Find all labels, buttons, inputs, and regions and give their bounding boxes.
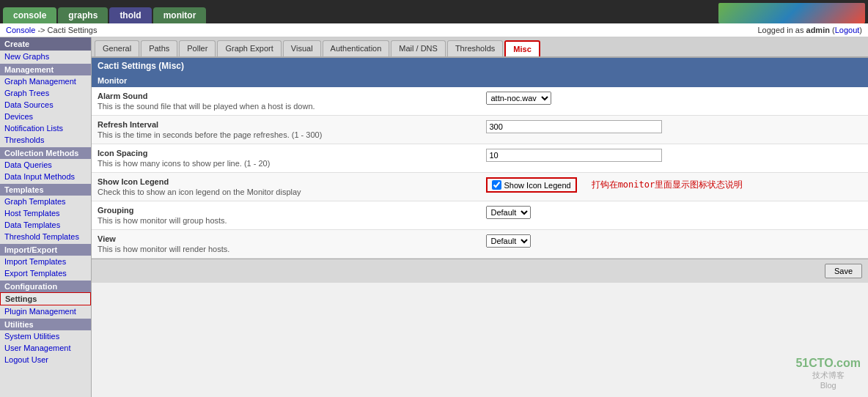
show-icon-legend-checkbox[interactable]	[492, 180, 501, 190]
sidebar-item-data-sources[interactable]: Data Sources	[0, 99, 91, 111]
sidebar-header-create: Create	[0, 37, 91, 51]
sidebar-item-thresholds[interactable]: Thresholds	[0, 134, 91, 146]
top-nav-right	[718, 3, 865, 23]
setting-row-view: View This is how monitor will render hos…	[92, 230, 868, 259]
top-nav-bar: console graphs thold monitor	[0, 0, 868, 23]
sidebar-item-host-templates[interactable]: Host Templates	[0, 207, 91, 219]
view-select[interactable]: Default	[486, 234, 531, 248]
site-logo	[718, 3, 865, 23]
sidebar-item-logout-user[interactable]: Logout User	[0, 354, 91, 366]
sidebar-item-data-queries[interactable]: Data Queries	[0, 159, 91, 171]
breadcrumb-current: Cacti Settings	[48, 26, 98, 34]
sidebar-item-devices[interactable]: Devices	[0, 111, 91, 122]
nav-tab-console[interactable]: console	[3, 7, 56, 23]
sidebar-item-user-management[interactable]: User Management	[0, 342, 91, 354]
setting-row-show-icon-legend: Show Icon Legend Check this to show an i…	[92, 173, 868, 201]
logout-link[interactable]: Logout	[835, 26, 860, 34]
tab-mail-dns[interactable]: Mail / DNS	[391, 40, 446, 56]
setting-row-refresh-interval: Refresh Interval This is the time in sec…	[92, 116, 868, 144]
setting-label-show-icon-legend: Show Icon Legend Check this to show an i…	[92, 173, 480, 201]
sidebar-item-import-templates[interactable]: Import Templates	[0, 256, 91, 267]
save-area: Save	[92, 259, 868, 283]
tab-visual[interactable]: Visual	[283, 40, 321, 56]
sidebar-item-settings[interactable]: Settings	[0, 292, 91, 305]
sidebar-header-import-export: Import/Export	[0, 244, 91, 256]
sidebar-item-graph-trees[interactable]: Graph Trees	[0, 87, 91, 99]
alarm-sound-select[interactable]: attn-noc.wav	[486, 92, 551, 105]
setting-control-icon-spacing	[480, 144, 869, 173]
save-button[interactable]: Save	[825, 264, 862, 278]
logged-in-user: admin	[806, 26, 830, 34]
nav-tab-monitor[interactable]: monitor	[153, 7, 207, 23]
tab-poller[interactable]: Poller	[179, 40, 216, 56]
sidebar-item-graph-templates[interactable]: Graph Templates	[0, 196, 91, 207]
sidebar-header-templates: Templates	[0, 184, 91, 196]
tab-graph-export[interactable]: Graph Export	[217, 40, 281, 56]
breadcrumb-separator: ->	[37, 26, 47, 34]
sidebar-item-system-utilities[interactable]: System Utilities	[0, 330, 91, 342]
tab-authentication[interactable]: Authentication	[323, 40, 390, 56]
main-layout: Create New Graphs Management Graph Manag…	[0, 37, 868, 397]
setting-control-refresh-interval	[480, 116, 869, 144]
sidebar-header-utilities: Utilities	[0, 319, 91, 330]
watermark-sub: 技术博客	[795, 370, 861, 381]
setting-control-view: Default	[480, 230, 869, 259]
breadcrumb-console-link[interactable]: Console	[6, 26, 35, 34]
setting-row-alarm-sound: Alarm Sound This is the sound file that …	[92, 87, 868, 116]
content-area: General Paths Poller Graph Export Visual…	[92, 37, 868, 397]
setting-row-icon-spacing: Icon Spacing This is how many icons to s…	[92, 144, 868, 173]
sidebar-item-data-templates[interactable]: Data Templates	[0, 219, 91, 231]
sidebar-item-graph-management[interactable]: Graph Management	[0, 75, 91, 87]
content-header: Cacti Settings (Misc)	[92, 58, 868, 74]
nav-tab-graphs[interactable]: graphs	[58, 7, 108, 23]
tab-thresholds[interactable]: Thresholds	[447, 40, 503, 56]
tab-misc[interactable]: Misc	[504, 40, 540, 56]
setting-row-grouping: Grouping This is how monitor will group …	[92, 201, 868, 230]
setting-control-alarm-sound: attn-noc.wav	[480, 87, 869, 116]
setting-label-refresh-interval: Refresh Interval This is the time in sec…	[92, 116, 480, 144]
nav-tab-thold[interactable]: thold	[109, 7, 151, 23]
setting-label-alarm-sound: Alarm Sound This is the sound file that …	[92, 87, 480, 116]
refresh-interval-input[interactable]	[486, 120, 662, 133]
tab-bar: General Paths Poller Graph Export Visual…	[92, 37, 868, 58]
setting-label-grouping: Grouping This is how monitor will group …	[92, 201, 480, 230]
login-info: Logged in as admin (Logout)	[757, 26, 862, 34]
sidebar-item-new-graphs[interactable]: New Graphs	[0, 51, 91, 62]
sidebar-item-notification-lists[interactable]: Notification Lists	[0, 122, 91, 134]
sidebar-item-export-templates[interactable]: Export Templates	[0, 267, 91, 279]
watermark: 51CTO.com 技术博客 Blog	[795, 357, 861, 390]
sidebar: Create New Graphs Management Graph Manag…	[0, 37, 92, 397]
sidebar-item-threshold-templates[interactable]: Threshold Templates	[0, 231, 91, 242]
annotation-text: 打钩在monitor里面显示图标状态说明	[592, 179, 743, 191]
setting-control-show-icon-legend: Show Icon Legend 打钩在monitor里面显示图标状态说明	[480, 173, 869, 197]
sidebar-header-collection-methods: Collection Methods	[0, 147, 91, 159]
tab-paths[interactable]: Paths	[141, 40, 177, 56]
setting-label-view: View This is how monitor will render hos…	[92, 230, 480, 259]
icon-spacing-input[interactable]	[486, 149, 662, 162]
sidebar-item-data-input-methods[interactable]: Data Input Methods	[0, 171, 91, 182]
settings-table: Alarm Sound This is the sound file that …	[92, 87, 868, 259]
watermark-blog: Blog	[795, 381, 861, 390]
watermark-site: 51CTO.com	[795, 357, 861, 370]
sidebar-item-plugin-management[interactable]: Plugin Management	[0, 305, 91, 317]
sidebar-header-management: Management	[0, 64, 91, 75]
setting-label-icon-spacing: Icon Spacing This is how many icons to s…	[92, 144, 480, 173]
grouping-select[interactable]: Default	[486, 206, 531, 219]
tab-general[interactable]: General	[95, 40, 139, 56]
monitor-section-header: Monitor	[92, 74, 868, 87]
show-icon-legend-checkbox-label[interactable]: Show Icon Legend	[486, 177, 577, 193]
setting-control-grouping: Default	[480, 201, 869, 230]
show-icon-legend-label: Show Icon Legend	[504, 181, 571, 190]
breadcrumb: Console -> Cacti Settings Logged in as a…	[0, 23, 868, 37]
sidebar-header-configuration: Configuration	[0, 281, 91, 292]
